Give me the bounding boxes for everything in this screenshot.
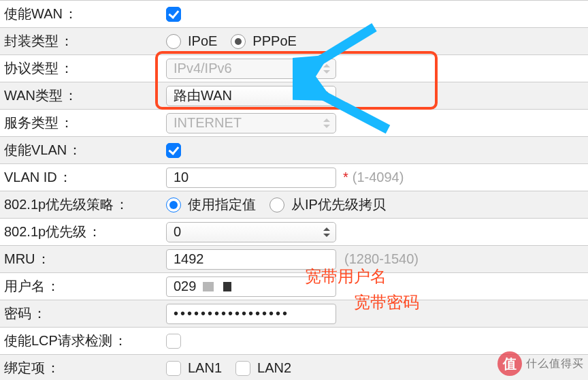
input-username[interactable]: 029: [166, 276, 336, 297]
label-encap: 封装类型：: [0, 28, 163, 54]
row-protocol: 协议类型： IPv4/IPv6: [0, 54, 588, 82]
checkbox-enable-vlan[interactable]: [166, 143, 181, 158]
row-vlan-id: VLAN ID： 10*(1-4094): [0, 163, 588, 191]
label-text: 用户名: [4, 277, 45, 296]
label-service: 服务类型：: [0, 110, 163, 136]
label-text: 802.1p优先级: [4, 223, 86, 241]
label-enable-vlan: 使能VLAN：: [0, 137, 163, 163]
redacted-icon: [203, 282, 231, 291]
select-dot1p-prio[interactable]: 0: [166, 222, 336, 242]
colon: ：: [46, 277, 60, 296]
label-text: VLAN ID: [4, 170, 57, 185]
colon: ：: [88, 223, 101, 241]
select-service: INTERNET: [166, 113, 336, 133]
label-text: 服务类型: [4, 114, 59, 132]
input-mru[interactable]: 1492: [166, 249, 336, 270]
radio-ipoe[interactable]: [166, 34, 181, 49]
row-enable-vlan: 使能VLAN：: [0, 136, 588, 163]
label-password: 密码：: [0, 300, 163, 327]
label-text: 802.1p优先级策略: [4, 195, 114, 214]
colon: ：: [59, 168, 72, 187]
label-text: MRU: [4, 251, 35, 267]
label-text: 封装类型: [4, 32, 59, 50]
radio-label-pppoe: PPPoE: [252, 33, 296, 49]
row-lcp: 使能LCP请求检测：: [0, 327, 588, 354]
checkbox-lcp[interactable]: [166, 334, 181, 349]
colon: ：: [33, 304, 46, 323]
chevron-updown-icon: [323, 91, 330, 101]
radio-label-use-value: 使用指定值: [188, 195, 256, 214]
select-wan-type[interactable]: 路由WAN: [166, 86, 336, 106]
radio-copy-ip[interactable]: [270, 197, 284, 212]
label-dot1p-policy: 802.1p优先级策略：: [0, 191, 163, 218]
label-text: 协议类型: [4, 59, 59, 78]
chevron-updown-icon: [323, 118, 330, 128]
colon: ：: [37, 250, 50, 268]
label-lcp: 使能LCP请求检测：: [0, 328, 163, 354]
colon: ：: [60, 59, 74, 78]
checkbox-lan1[interactable]: [166, 361, 181, 376]
label-username: 用户名：: [0, 273, 163, 300]
checkbox-label-lan1: LAN1: [188, 360, 222, 376]
colon: ：: [60, 114, 74, 132]
row-username: 用户名： 029: [0, 272, 588, 300]
input-value: 1492: [174, 251, 204, 267]
chevron-updown-icon: [323, 227, 330, 237]
checkbox-lan2[interactable]: [235, 361, 250, 376]
select-protocol: IPv4/IPv6: [166, 59, 336, 79]
row-password: 密码： •••••••••••••••••: [0, 300, 588, 327]
row-wan-type: WAN类型： 路由WAN: [0, 82, 588, 109]
label-text: 密码: [4, 304, 31, 323]
colon: ：: [114, 332, 127, 350]
input-value: 10: [174, 170, 189, 185]
row-enable-wan: 使能WAN：: [0, 0, 588, 27]
select-value: INTERNET: [174, 115, 242, 131]
chevron-updown-icon: [323, 64, 330, 74]
hint-vlan-range: (1-4094): [353, 170, 404, 185]
radio-use-value[interactable]: [166, 197, 181, 212]
colon: ：: [115, 195, 129, 214]
row-service: 服务类型： INTERNET: [0, 109, 588, 136]
label-text: 绑定项: [4, 359, 45, 377]
input-password[interactable]: •••••••••••••••••: [166, 304, 336, 324]
select-value: IPv4/IPv6: [174, 61, 232, 76]
input-value: 029: [174, 279, 196, 294]
radio-pppoe[interactable]: [231, 34, 246, 49]
colon: ：: [60, 32, 74, 50]
row-dot1p-policy: 802.1p优先级策略： 使用指定值 从IP优先级拷贝: [0, 191, 588, 218]
label-text: 使能WAN: [4, 5, 63, 23]
radio-label-ipoe: IPoE: [188, 33, 217, 49]
checkbox-label-lan2: LAN2: [257, 360, 291, 376]
row-mru: MRU： 1492(1280-1540): [0, 245, 588, 272]
row-dot1p-prio: 802.1p优先级： 0: [0, 218, 588, 245]
select-value: 0: [174, 224, 181, 240]
row-encap: 封装类型： IPoE PPPoE: [0, 27, 588, 54]
hint-mru-range: (1280-1540): [344, 251, 419, 267]
input-vlan-id[interactable]: 10: [166, 168, 336, 188]
label-binding: 绑定项：: [0, 355, 163, 380]
label-enable-wan: 使能WAN：: [0, 1, 163, 27]
label-vlan-id: VLAN ID：: [0, 164, 163, 191]
checkbox-enable-wan[interactable]: [166, 7, 181, 22]
label-protocol: 协议类型：: [0, 55, 163, 82]
label-text: 使能VLAN: [4, 141, 67, 159]
input-value: •••••••••••••••••: [174, 306, 289, 321]
label-mru: MRU：: [0, 246, 163, 272]
colon: ：: [68, 141, 82, 159]
colon: ：: [64, 86, 78, 105]
label-wan-type: WAN类型：: [0, 82, 163, 109]
colon: ：: [46, 359, 60, 377]
label-text: WAN类型: [4, 86, 63, 105]
radio-label-copy-ip: 从IP优先级拷贝: [291, 195, 386, 214]
select-value: 路由WAN: [174, 86, 232, 105]
row-binding: 绑定项： LAN1 LAN2: [0, 354, 588, 380]
label-text: 使能LCP请求检测: [4, 332, 112, 350]
colon: ：: [64, 5, 78, 23]
label-dot1p-prio: 802.1p优先级：: [0, 219, 163, 245]
required-star: *: [343, 170, 348, 185]
